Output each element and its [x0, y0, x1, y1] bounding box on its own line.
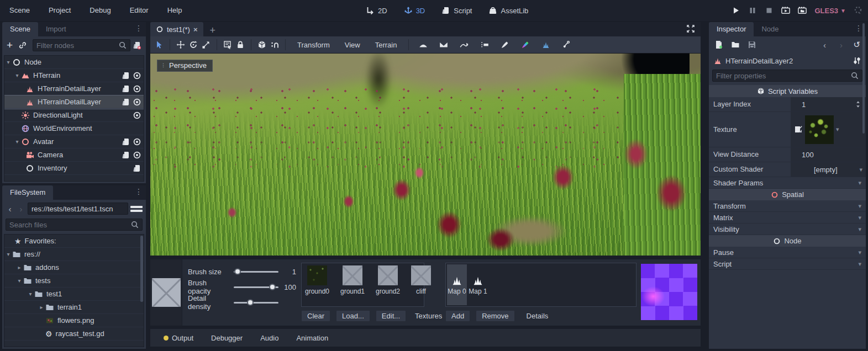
tree-row-node[interactable]: ▾ Node — [4, 56, 144, 69]
script-icon[interactable] — [133, 164, 141, 173]
fs-row-flowers-png[interactable]: flowers.png — [4, 314, 144, 327]
load-button[interactable]: Load... — [336, 310, 370, 322]
texture-slot-ground2[interactable]: ground2 — [376, 265, 400, 304]
texture-resource-picker[interactable]: ▾ — [791, 112, 866, 147]
chevron-right-icon[interactable]: ▸ — [15, 264, 23, 270]
display-mode-icon[interactable] — [130, 204, 143, 214]
edit-button[interactable]: Edit... — [376, 310, 406, 322]
chevron-down-icon[interactable]: ▾ — [4, 251, 12, 257]
fs-row-terrain1[interactable]: ▸ terrain1 — [4, 301, 144, 314]
tree-row-camera[interactable]: Camera — [4, 148, 144, 162]
script-icon[interactable] — [122, 98, 130, 107]
filter-nodes-input[interactable] — [33, 39, 130, 51]
perspective-menu[interactable]: ⋮ Perspective — [157, 60, 213, 72]
menu-scene[interactable]: Scene — [0, 0, 39, 21]
workspace-assetlib-button[interactable]: AssetLib — [483, 0, 534, 21]
texture-slot-ground1[interactable]: ground1 — [340, 265, 365, 304]
tab-output[interactable]: Output — [157, 334, 200, 342]
chevron-right-icon[interactable]: ▸ — [38, 304, 45, 310]
viewport-3d[interactable]: ⋮ Perspective — [150, 54, 701, 256]
tab-filesystem[interactable]: FileSystem — [2, 185, 53, 200]
fold-visibility[interactable]: Visibility▾ — [709, 224, 866, 235]
tree-row-worldenvironment[interactable]: WorldEnvironment — [4, 122, 144, 135]
visibility-icon[interactable] — [133, 71, 141, 80]
tab-inspector[interactable]: Inspector — [709, 22, 754, 36]
texture-slot-cliff[interactable]: cliff — [411, 265, 431, 304]
tab-scene[interactable]: Scene — [2, 22, 38, 36]
filter-properties-input[interactable] — [712, 70, 862, 82]
layer-index-field[interactable]: 1 — [791, 97, 866, 111]
visibility-icon[interactable] — [133, 111, 141, 120]
add-button[interactable]: Add — [445, 310, 470, 322]
fold-script[interactable]: Script▾ — [709, 258, 866, 270]
menu-help[interactable]: Help — [158, 0, 192, 21]
dock-options-icon[interactable]: ⋮ — [855, 24, 862, 33]
new-resource-icon[interactable] — [714, 40, 723, 49]
play-custom-scene-button[interactable] — [798, 6, 807, 15]
chevron-down-icon[interactable]: ▾ — [836, 126, 839, 133]
map-0-tile[interactable]: Map 0 — [447, 264, 467, 305]
fs-row-test1[interactable]: ▾ test1 — [4, 288, 144, 301]
pause-button[interactable] — [748, 6, 757, 15]
stop-button[interactable] — [765, 6, 774, 15]
new-scene-tab-button[interactable]: + — [203, 25, 223, 36]
chevron-down-icon[interactable]: ▾ — [13, 139, 21, 145]
update-spinner-icon[interactable] — [854, 6, 862, 15]
object-history-icon[interactable]: ↺ — [853, 40, 860, 50]
remove-button[interactable]: Remove — [476, 310, 514, 322]
chevron-down-icon[interactable]: ▾ — [13, 72, 21, 78]
move-tool-icon[interactable] — [176, 40, 185, 49]
map-1-tile[interactable]: Map 1 — [468, 264, 488, 305]
fold-pause[interactable]: Pause▾ — [709, 247, 866, 258]
clear-button[interactable]: Clear — [301, 310, 330, 322]
script-icon[interactable] — [122, 71, 130, 80]
nav-forward-icon[interactable]: › — [17, 204, 25, 214]
view-distance-field[interactable]: 100 — [791, 147, 866, 162]
save-resource-icon[interactable] — [748, 40, 756, 49]
menu-editor[interactable]: Editor — [120, 0, 158, 21]
visibility-icon[interactable] — [133, 137, 141, 146]
tree-row-directionallight[interactable]: DirectionalLight — [4, 109, 144, 122]
list-select-tool-icon[interactable] — [223, 40, 232, 49]
menu-transform[interactable]: Transform — [292, 41, 335, 49]
visibility-icon[interactable] — [133, 98, 141, 107]
add-node-button[interactable]: + — [7, 39, 13, 51]
custom-shader-picker[interactable]: [empty] ▾ — [791, 162, 866, 177]
fold-shader-params[interactable]: Shader Params▾ — [709, 177, 866, 189]
stepper-icon[interactable] — [854, 100, 862, 109]
play-button[interactable] — [732, 6, 740, 15]
terrain-lower-tool-icon[interactable] — [435, 40, 452, 49]
fs-row-favorites[interactable]: ★ Favorites: — [4, 235, 144, 248]
attach-script-toggle-icon[interactable] — [133, 41, 141, 50]
object-tools-icon[interactable] — [853, 56, 861, 65]
filesystem-scrollbar[interactable] — [140, 236, 143, 302]
erosion-shovel-tool-icon[interactable] — [558, 40, 575, 49]
renderer-dropdown[interactable]: GLES3▼ — [814, 7, 846, 15]
fs-row-tests[interactable]: ▾ tests — [4, 274, 144, 288]
brush-size-slider[interactable] — [234, 268, 278, 275]
nav-back-icon[interactable]: ‹ — [6, 204, 14, 214]
scene-tab-test1[interactable]: test1(*) × — [150, 22, 203, 36]
script-icon[interactable] — [122, 137, 130, 146]
menu-debug[interactable]: Debug — [80, 0, 120, 21]
tab-node[interactable]: Node — [754, 22, 786, 36]
tree-row-inventory[interactable]: Inventory — [4, 162, 144, 175]
dock-options-icon[interactable]: ⋮ — [135, 24, 143, 33]
scale-tool-icon[interactable] — [202, 40, 211, 49]
terrain-flatten-tool-icon[interactable] — [476, 40, 493, 49]
script-icon[interactable] — [122, 151, 130, 159]
brush-shape-preview[interactable] — [150, 259, 182, 326]
chevron-down-icon[interactable]: ▾ — [27, 291, 34, 297]
history-forward-icon[interactable]: › — [837, 40, 845, 50]
fs-row-raycast-test-gd[interactable]: ⚙ raycast_test.gd — [4, 327, 144, 341]
workspace-script-button[interactable]: Script — [436, 0, 477, 21]
tab-import[interactable]: Import — [38, 22, 74, 36]
fold-transform[interactable]: Transform▾ — [709, 200, 866, 212]
fold-matrix[interactable]: Matrix▾ — [709, 212, 866, 224]
skeleton-snap-icon[interactable] — [270, 40, 279, 49]
color-brush-tool-icon[interactable] — [517, 40, 534, 49]
menu-view[interactable]: View — [339, 41, 366, 49]
tree-row-hterraindetaillayer-1[interactable]: HTerrainDetailLayer — [4, 82, 144, 95]
workspace-2d-button[interactable]: 2D — [360, 0, 393, 21]
menu-project[interactable]: Project — [39, 0, 80, 21]
